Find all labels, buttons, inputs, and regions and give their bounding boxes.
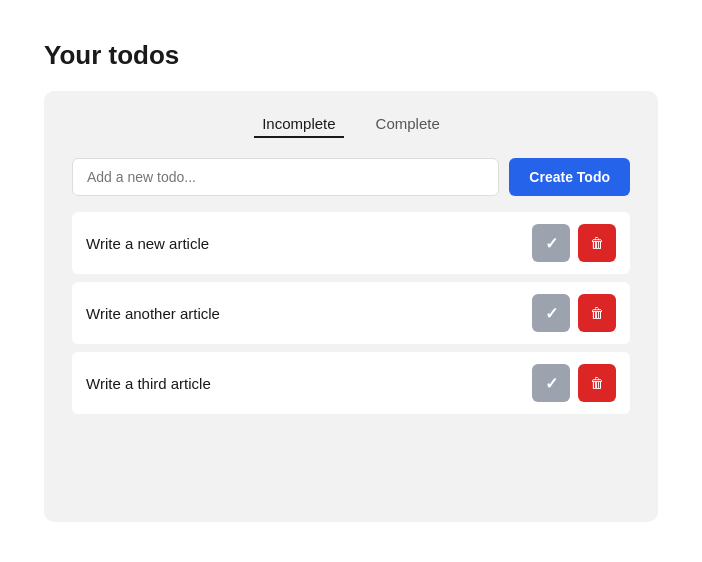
table-row: Write a third article	[72, 352, 630, 414]
add-todo-row: Create Todo	[72, 158, 630, 196]
todo-actions	[532, 364, 616, 402]
todo-actions	[532, 294, 616, 332]
page-title: Your todos	[44, 40, 658, 71]
tab-bar: Incomplete Complete	[72, 111, 630, 138]
todo-input[interactable]	[72, 158, 499, 196]
todo-text: Write a third article	[86, 375, 532, 392]
complete-button[interactable]	[532, 294, 570, 332]
table-row: Write a new article	[72, 212, 630, 274]
delete-button[interactable]	[578, 294, 616, 332]
trash-icon	[590, 234, 604, 252]
check-icon	[545, 234, 558, 253]
complete-button[interactable]	[532, 224, 570, 262]
trash-icon	[590, 304, 604, 322]
trash-icon	[590, 374, 604, 392]
delete-button[interactable]	[578, 224, 616, 262]
check-icon	[545, 374, 558, 393]
check-icon	[545, 304, 558, 323]
tab-complete[interactable]: Complete	[368, 111, 448, 138]
complete-button[interactable]	[532, 364, 570, 402]
tab-incomplete[interactable]: Incomplete	[254, 111, 343, 138]
create-todo-button[interactable]: Create Todo	[509, 158, 630, 196]
todo-text: Write another article	[86, 305, 532, 322]
todo-actions	[532, 224, 616, 262]
todo-text: Write a new article	[86, 235, 532, 252]
table-row: Write another article	[72, 282, 630, 344]
todos-card: Incomplete Complete Create Todo Write a …	[44, 91, 658, 522]
delete-button[interactable]	[578, 364, 616, 402]
todo-list: Write a new article Write another articl…	[72, 212, 630, 414]
